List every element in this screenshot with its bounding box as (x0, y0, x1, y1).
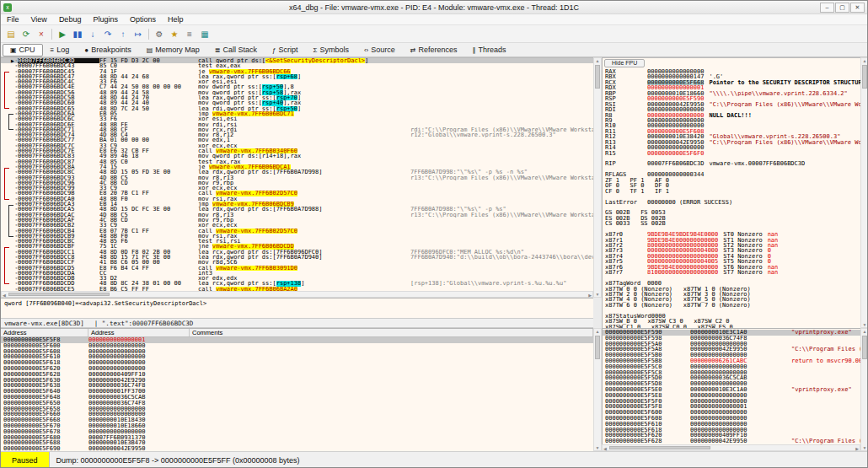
menu-item[interactable]: Plugins (87, 14, 124, 24)
tab-breakpoints[interactable]: ● Breakpoints (77, 44, 138, 56)
stack-pane[interactable]: 0000000000E5F590 0000000010E3C1A0 "vprin… (602, 328, 860, 444)
stack-row[interactable]: 0000000000E5F5B8 000000006261CABC return… (603, 358, 860, 364)
stack-value: 0000000000000000 (690, 416, 791, 422)
registers-pane[interactable]: Hide FPU RAX 0000000000000000 RBX 000000… (602, 57, 860, 328)
scrollbar-thumb[interactable] (862, 336, 867, 359)
run-icon[interactable]: ▶ (55, 27, 70, 41)
dump-row[interactable]: 0000000000E5F608 0000000000000000 (1, 349, 593, 355)
tab-references[interactable]: ⇄ References (403, 44, 465, 56)
favourites-star-icon[interactable]: ★ (167, 27, 182, 41)
stack-row[interactable]: 0000000000E5F5F8 0000000000000001 (603, 404, 860, 410)
tab-log[interactable]: ≡ Log (43, 44, 78, 56)
maximize-button[interactable]: ▢ (835, 3, 849, 13)
stack-vertical-scrollbar[interactable] (860, 328, 868, 451)
scrollbar-thumb[interactable] (595, 336, 600, 359)
disasm-horizontal-scrollbar[interactable] (1, 291, 593, 298)
dump-row[interactable]: 0000000000E5F668 0000000010E18430 (1, 417, 593, 423)
dump-col-comments[interactable]: Comments (190, 329, 593, 336)
stack-row[interactable]: 0000000000E5F608 0000000000000000 (603, 416, 860, 422)
menu-item[interactable]: Debug (53, 14, 88, 24)
tab-threads[interactable]: ∥ Threads (464, 44, 513, 56)
menu-item[interactable]: Help (162, 14, 190, 24)
tab-call-stack[interactable]: ≣ Call Stack (207, 44, 265, 56)
separator[interactable] (51, 29, 52, 40)
dump-row[interactable]: 0000000000E5F5F8 0000000000000001 (1, 337, 593, 343)
dump-row[interactable]: 0000000000E5F618 0000000000000000 (1, 360, 593, 366)
disasm-vertical-scrollbar[interactable] (593, 57, 602, 298)
scrollbar-thumb[interactable] (862, 65, 867, 89)
stack-address: 0000000000E5F5C0 (603, 364, 690, 370)
dump-row[interactable]: 0000000000E5F678 0000000000000000 (1, 429, 593, 435)
disassembly-pane[interactable]: 00007FF6B06BDC3D FF 15 FD D3 2C 00 call … (1, 57, 593, 291)
dump-row[interactable]: 0000000000E5F688 0000000010E3B470 (1, 440, 593, 446)
dump-row[interactable]: 0000000000E5F658 0000000000000000 (1, 406, 593, 412)
menu-item[interactable]: File (1, 14, 25, 24)
close-button[interactable]: ✕ (850, 3, 865, 13)
run-to-return-icon[interactable]: ↦ (131, 27, 146, 41)
stack-row[interactable]: 0000000000E5F5D8 0000000000000000 (603, 381, 860, 387)
registers-vertical-scrollbar[interactable] (860, 57, 868, 328)
stack-row[interactable]: 0000000000E5F5E0 0000000010E3C1A0 "vprin… (603, 387, 860, 393)
separator[interactable] (148, 29, 149, 40)
dump-row[interactable]: 0000000000E5F670 0000000010E18660 (1, 423, 593, 429)
stack-row[interactable]: 0000000000E5F5F0 0000000000000000 (603, 399, 860, 405)
stack-row[interactable]: 0000000000E5F5E8 0000000000000000 (603, 393, 860, 399)
stack-row[interactable]: 0000000000E5F620 000000000409FF10 (603, 433, 860, 438)
tab-source[interactable]: ‹› Source (356, 44, 403, 56)
minimize-button[interactable]: – (820, 3, 834, 13)
dump-col-address[interactable]: Address (1, 329, 88, 336)
dump-row[interactable]: 0000000000E5F648 00000000036C5CAB (1, 395, 593, 401)
stack-row[interactable]: 0000000000E5F5A0 0000000000000000 (603, 342, 860, 347)
stack-row[interactable]: 0000000000E5F618 0000000000000000 (603, 428, 860, 433)
stop-icon[interactable]: × (34, 27, 49, 41)
open-folder-icon[interactable]: ▤ (3, 27, 19, 41)
dump-row[interactable]: 0000000000E5F638 00000000036C74F8 (1, 383, 593, 389)
stack-row[interactable]: 0000000000E5F598 00000000036C74F8 (603, 336, 860, 342)
restart-icon[interactable]: ⟳ (19, 27, 34, 41)
dump-row[interactable]: 0000000000E5F660 0000000000000000 (1, 412, 593, 417)
memory-grid-icon[interactable]: ▦ (197, 27, 212, 41)
dump-row[interactable]: 0000000000E5F610 0000000000000000 (1, 354, 593, 360)
tab-script[interactable]: ƒ Script (265, 44, 305, 56)
scrollbar-thumb[interactable] (595, 65, 600, 89)
dump-row[interactable]: 0000000000E5F680 00007FF6B0931370 (1, 435, 593, 441)
stack-row[interactable]: 0000000000E5F610 0000000000000000 (603, 422, 860, 428)
scrollbar-thumb[interactable] (609, 446, 710, 449)
stack-row[interactable]: 0000000000E5F590 0000000010E3C1A0 "vprin… (603, 330, 860, 336)
dump-value: 000000000409FF10 (88, 372, 190, 378)
log-list-icon[interactable]: ≡ (182, 27, 197, 41)
tab-memory-map[interactable]: ▤ Memory Map (139, 44, 207, 56)
dump-vertical-scrollbar[interactable] (593, 328, 602, 451)
stack-row[interactable]: 0000000000E5F5B0 0000000000000000 (603, 352, 860, 358)
stack-horizontal-scrollbar[interactable] (602, 444, 860, 451)
dump-pane[interactable]: Address Address Comments 0000000000E5F5F… (1, 328, 593, 451)
stack-row[interactable]: 0000000000E5F5C0 0000000000000000 (603, 364, 860, 370)
step-over-icon[interactable]: ↷ (100, 27, 115, 41)
hide-fpu-button[interactable]: Hide FPU (604, 59, 645, 67)
dump-row[interactable]: 0000000000E5F620 0000000000000000 (1, 366, 593, 372)
stack-row[interactable]: 0000000000E5F628 00000000042E9950 "C:\\P… (603, 438, 860, 444)
stack-row[interactable]: 0000000000E5F5C8 0000000000000000 (603, 370, 860, 376)
dump-address: 0000000000E5F600 (1, 343, 88, 349)
dump-row[interactable]: 0000000000E5F630 00000000042E9290 (1, 378, 593, 384)
dump-col-value[interactable]: Address (88, 329, 190, 336)
disassembly-rows: 00007FF6B06BDC3D FF 15 FD D3 2C 00 call … (1, 58, 593, 291)
step-out-icon[interactable]: ↑ (115, 27, 131, 41)
step-into-icon[interactable]: ↓ (85, 27, 100, 41)
dump-row[interactable]: 0000000000E5F600 0000000000000000 (1, 343, 593, 349)
menu-item[interactable]: View (25, 14, 53, 24)
dump-address: 0000000000E5F630 (1, 378, 88, 384)
dump-row[interactable]: 0000000000E5F628 000000000409FF10 (1, 372, 593, 378)
tab-label: References (418, 46, 457, 54)
pause-icon[interactable]: ▮▮ (70, 27, 85, 41)
menu-item[interactable]: Options (124, 14, 162, 24)
tab-symbols[interactable]: Σ Symbols (305, 44, 356, 56)
tab-cpu[interactable]: ▣ CPU (3, 44, 43, 56)
stack-row[interactable]: 0000000000E5F600 0000000000000000 (603, 410, 860, 416)
stack-row[interactable]: 0000000000E5F5D0 00000000036C5CAB (603, 375, 860, 381)
scrollbar-thumb[interactable] (8, 293, 110, 296)
dump-row[interactable]: 0000000000E5F650 00000000036C74F8 (1, 401, 593, 406)
dump-row[interactable]: 0000000000E5F640 0000000001FF3700 (1, 389, 593, 395)
settings-gear-icon[interactable]: ⚙ (152, 27, 167, 41)
stack-row[interactable]: 0000000000E5F5A8 00000000042E9950 "C:\\P… (603, 347, 860, 352)
